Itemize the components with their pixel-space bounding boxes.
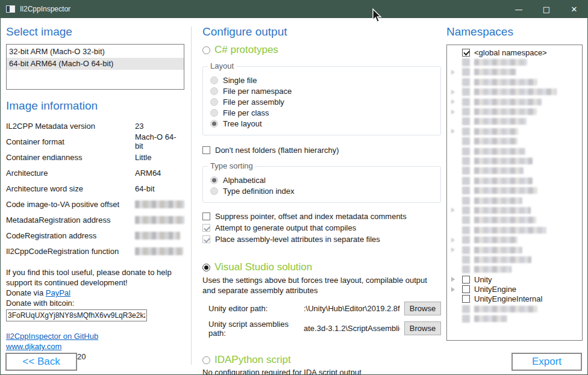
type-sorting-option[interactable]: Type definition index (210, 186, 436, 196)
namespace-checkbox (462, 88, 470, 96)
namespace-row-redacted (447, 314, 582, 324)
namespace-row-redacted (447, 87, 582, 97)
image-information-title: Image information (6, 99, 184, 113)
flatten-hierarchy-checkbox[interactable]: Don't nest folders (flatten hierarchy) (202, 144, 441, 156)
redacted-namespace-text (474, 167, 524, 174)
idapython-description: No configuration required for IDA script… (202, 368, 441, 375)
image-listbox[interactable]: 32-bit ARM (Mach-O 32-bit)64-bit ARM64 (… (6, 44, 184, 90)
layout-option[interactable]: File per assembly (210, 97, 436, 107)
visual-studio-solution-radio[interactable]: Visual Studio solution (202, 261, 441, 273)
namespace-row[interactable]: <global namespace> (447, 48, 582, 57)
paypal-link[interactable]: PayPal (46, 288, 70, 297)
namespace-checkbox (462, 78, 470, 86)
redacted-namespace-text (474, 315, 507, 322)
namespace-checkbox (462, 68, 470, 76)
donate-text: If you find this tool useful, please don… (6, 267, 187, 288)
namespace-checkbox (462, 305, 470, 313)
radio-icon (202, 356, 210, 364)
unity-script-browse-button[interactable]: Browse (404, 321, 441, 335)
redacted-namespace-text (474, 197, 522, 204)
export-button[interactable]: Export (511, 353, 582, 371)
configure-output-title: Configure output (202, 25, 441, 39)
namespace-checkbox (462, 137, 470, 145)
namespace-checkbox (462, 315, 470, 323)
namespace-checkbox[interactable] (462, 295, 470, 303)
radio-icon (210, 87, 218, 95)
flatten-hierarchy-label: Don't nest folders (flatten hierarchy) (215, 146, 339, 155)
namespace-row-redacted (447, 205, 582, 215)
namespace-checkbox (462, 128, 470, 135)
back-button[interactable]: << Back (5, 353, 77, 371)
namespace-row-redacted (447, 176, 582, 185)
namespace-checkbox[interactable] (462, 285, 470, 293)
csharp-prototypes-radio[interactable]: C# prototypes (202, 44, 441, 56)
info-row-label: Container endianness (6, 153, 135, 162)
github-link[interactable]: Il2CppInspector on GitHub (6, 331, 98, 341)
redacted-namespace-text (474, 187, 537, 194)
info-row-value: Mach-O 64-bit (135, 132, 184, 150)
expander-icon[interactable] (451, 277, 462, 282)
image-info-row: ArchitectureARM64 (6, 165, 184, 181)
image-information-table: IL2CPP Metadata version23Container forma… (6, 118, 184, 259)
maximize-button[interactable]: □ (533, 0, 560, 18)
expander-triangle (451, 110, 455, 114)
namespace-checkbox (462, 236, 470, 244)
info-row-label: IL2CPP Metadata version (6, 122, 135, 131)
redacted-namespace-text (474, 59, 527, 66)
layout-option[interactable]: Tree layout (210, 119, 436, 128)
info-row-value: ARM64 (135, 169, 161, 178)
radio-icon (210, 120, 218, 128)
namespace-checkbox (462, 98, 470, 106)
layout-options: Single fileFile per namespaceFile per as… (210, 75, 436, 128)
expander-triangle (451, 277, 455, 282)
output-option-checkbox[interactable]: Suppress pointer, offset and index metad… (202, 211, 441, 222)
website-link[interactable]: www.djkaty.com (6, 341, 61, 352)
layout-option[interactable]: File per namespace (210, 86, 436, 96)
info-row-label: MetadataRegistration address (6, 215, 135, 225)
namespace-row[interactable]: UnityEngine (447, 284, 582, 294)
image-list-item[interactable]: 32-bit ARM (Mach-O 32-bit) (7, 46, 184, 58)
image-info-row: Container endiannessLittle (6, 149, 184, 165)
checkbox-label: Suppress pointer, offset and index metad… (215, 212, 407, 221)
expander-triangle (451, 90, 455, 95)
layout-option[interactable]: File per class (210, 108, 436, 117)
type-sorting-option[interactable]: Alphabetical (210, 175, 436, 185)
close-button[interactable]: ✕ (560, 0, 588, 18)
image-list-item[interactable]: 64-bit ARM64 (Mach-O 64-bit) (7, 58, 184, 70)
expander-icon (451, 90, 462, 95)
unity-editor-browse-button[interactable]: Browse (404, 302, 441, 315)
namespace-row-redacted (447, 304, 582, 314)
namespace-row[interactable]: UnityEngineInternal (447, 294, 582, 304)
namespace-row-redacted (447, 126, 582, 136)
redacted-value (135, 200, 184, 208)
donate-block: If you find this tool useful, please don… (6, 267, 184, 321)
layout-option[interactable]: Single file (210, 75, 436, 85)
output-option-checkbox[interactable]: Attempt to generate output that compiles (202, 222, 441, 234)
namespace-row[interactable]: Unity (447, 274, 582, 284)
namespace-checkbox (462, 265, 470, 273)
image-info-row: Container formatMach-O 64-bit (6, 134, 184, 149)
expander-icon (451, 99, 462, 104)
redacted-namespace-text (474, 148, 525, 155)
window-controls: — □ ✕ (505, 0, 588, 18)
namespaces-panel: Namespaces <global namespace>UnityUnityE… (446, 25, 583, 341)
layout-group-title: Layout (208, 61, 236, 70)
type-sorting-group-title: Type sorting (208, 161, 255, 170)
expander-triangle (451, 129, 455, 134)
namespace-checkbox (462, 177, 470, 185)
idapython-script-radio[interactable]: IDAPython script (202, 354, 441, 366)
namespace-row-redacted (447, 245, 582, 255)
namespaces-listbox[interactable]: <global namespace>UnityUnityEngineUnityE… (446, 45, 583, 341)
namespace-checkbox[interactable] (462, 276, 470, 284)
info-row-value: 64-bit (135, 184, 155, 193)
redacted-namespace-text (474, 69, 516, 75)
expander-icon[interactable] (451, 287, 462, 292)
expander-icon (451, 110, 462, 114)
minimize-button[interactable]: — (505, 0, 533, 18)
redacted-namespace-text (474, 138, 518, 144)
output-option-checkbox[interactable]: Place assembly-level attributes in separ… (202, 234, 441, 245)
namespace-checkbox (462, 117, 470, 125)
bitcoin-address-input[interactable] (6, 309, 147, 321)
namespace-checkbox[interactable] (462, 49, 470, 57)
namespace-checkbox (462, 167, 470, 175)
